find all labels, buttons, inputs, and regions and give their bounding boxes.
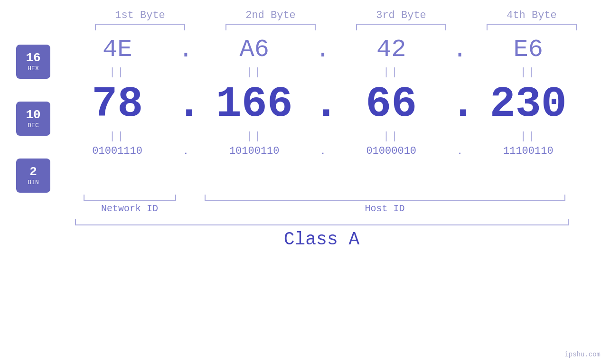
hex-row: 4E . A6 . 42 . E6 [62, 35, 584, 65]
hex-badge-num: 16 [26, 51, 40, 65]
bin-badge: 2 BIN [16, 159, 50, 193]
full-bottom-bracket [75, 219, 569, 225]
bin-badge-label: BIN [28, 179, 38, 186]
byte3-header: 3rd Byte [349, 9, 453, 21]
dec-badge-label: DEC [28, 122, 38, 129]
dec-badge: 10 DEC [16, 102, 50, 136]
host-id-label: Host ID [205, 203, 565, 214]
bin-dot-2: . [313, 146, 332, 158]
hex-dot-3: . [450, 36, 469, 64]
hex-dot-1: . [176, 36, 195, 64]
top-brackets [75, 24, 597, 30]
sep-2-b1: || [65, 131, 169, 142]
hex-b2: A6 [202, 35, 307, 65]
hex-badge-label: HEX [28, 65, 38, 72]
bin-dot-3: . [450, 146, 469, 158]
rows-wrapper: 16 HEX 10 DEC 2 BIN 4E . [0, 35, 610, 193]
label-row: Network ID Host ID [75, 203, 597, 214]
bin-b2: 10100110 [202, 144, 307, 159]
sep-row-1: || || || || [62, 66, 584, 78]
dec-b1: 78 [65, 81, 169, 128]
dec-dot-1: . [176, 80, 195, 129]
bin-dot-1: . [176, 146, 195, 158]
byte1-header: 1st Byte [88, 9, 192, 21]
hex-b4: E6 [476, 35, 581, 65]
hex-dot-2: . [313, 36, 332, 64]
sep-2-b4: || [476, 131, 581, 142]
all-rows: 4E . A6 . 42 . E6 [62, 35, 584, 193]
network-id-label: Network ID [84, 203, 176, 214]
bracket-bottom-network [84, 195, 176, 201]
bracket-bottom-host [205, 195, 565, 201]
sep-1-b2: || [202, 66, 307, 78]
dec-b4: 230 [476, 81, 581, 128]
bracket-top-4 [487, 24, 577, 30]
class-label: Class A [75, 229, 569, 250]
main-container: 1st Byte 2nd Byte 3rd Byte 4th Byte 16 H… [0, 0, 610, 364]
hex-b3: 42 [339, 35, 443, 65]
byte2-header: 2nd Byte [218, 9, 323, 21]
watermark: ipshu.com [564, 351, 601, 358]
sep-2-b3: || [339, 131, 443, 142]
sep-2-b2: || [202, 131, 307, 142]
bracket-top-3 [356, 24, 446, 30]
dec-dot-2: . [313, 80, 332, 129]
bin-b4: 11100110 [476, 144, 581, 159]
dec-dot-3: . [450, 80, 469, 129]
bin-b1: 01001110 [65, 144, 169, 159]
bracket-top-2 [225, 24, 316, 30]
bin-b3: 01000010 [339, 144, 443, 159]
bottom-section: Network ID Host ID Class A [75, 193, 597, 250]
bin-row: 01001110 . 10100110 . 01000010 . [62, 144, 584, 159]
badge-column: 16 HEX 10 DEC 2 BIN [0, 35, 62, 193]
sep-1-b3: || [339, 66, 443, 78]
byte4-header: 4th Byte [479, 9, 584, 21]
sep-row-2: || || || || [62, 131, 584, 142]
sep-1-b4: || [476, 66, 581, 78]
bottom-brackets-row [75, 195, 597, 201]
hex-badge: 16 HEX [16, 45, 50, 79]
dec-badge-num: 10 [26, 108, 40, 122]
sep-1-b1: || [65, 66, 169, 78]
dec-b3: 66 [339, 81, 443, 128]
hex-b1: 4E [65, 35, 169, 65]
byte-headers: 1st Byte 2nd Byte 3rd Byte 4th Byte [75, 9, 597, 21]
bracket-top-1 [95, 24, 185, 30]
bin-badge-num: 2 [29, 165, 37, 179]
dec-row: 78 . 166 . 66 . 230 [62, 80, 584, 129]
dec-b2: 166 [202, 81, 307, 128]
